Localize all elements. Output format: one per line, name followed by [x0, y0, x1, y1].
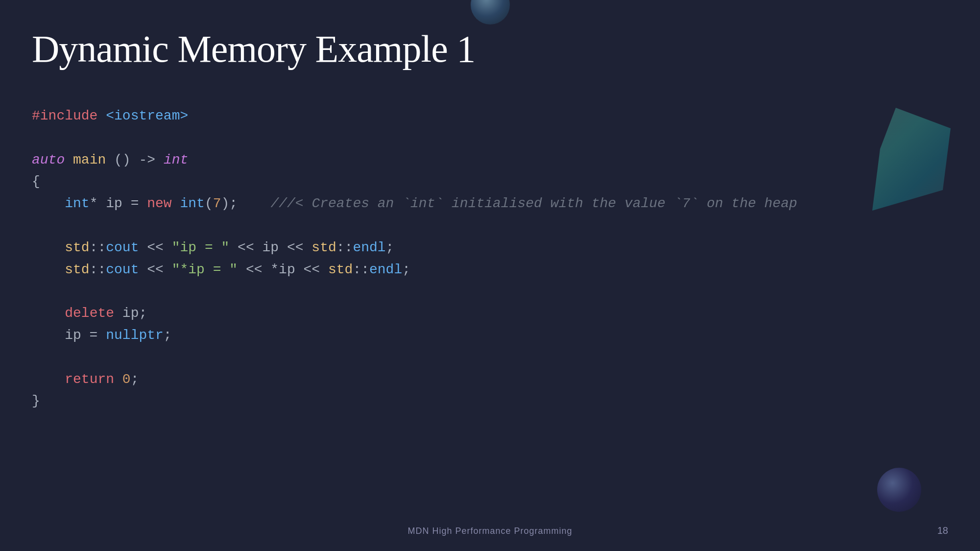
comment-heap: ///< Creates an `int` initialised with t…: [270, 196, 797, 211]
std-namespace-endl1: std: [311, 240, 336, 255]
number-7: 7: [213, 196, 221, 211]
code-line-cout1: std::cout << "ip = " << ip << std::endl;: [32, 237, 797, 259]
code-line-include: #include <iostream>: [32, 105, 797, 127]
delete-keyword: delete: [65, 306, 114, 321]
code-line-blank2: [32, 215, 797, 237]
std-namespace-1: std: [65, 240, 89, 255]
endl-1: endl: [353, 240, 385, 255]
main-function: main: [73, 152, 106, 168]
code-line-cout2: std::cout << "*ip = " << *ip << std::end…: [32, 259, 797, 281]
include-keyword: #include: [32, 108, 97, 123]
footer-text: MDN High Performance Programming: [407, 526, 572, 536]
close-brace: }: [32, 393, 40, 408]
std-namespace-endl2: std: [328, 262, 353, 277]
code-line-blank4: [32, 347, 797, 369]
int-type-new: int: [180, 196, 205, 211]
return-keyword: return: [65, 372, 114, 387]
open-brace: {: [32, 174, 40, 189]
cout-1: cout: [106, 240, 139, 255]
nullptr-keyword: nullptr: [106, 328, 164, 343]
cout-2: cout: [106, 262, 139, 277]
return-value: 0: [122, 372, 131, 387]
iostream-token: <iostream>: [106, 108, 188, 123]
code-block: #include <iostream> auto main () -> int …: [32, 105, 797, 412]
string-ip: "ip = ": [172, 240, 230, 255]
int-keyword: int: [65, 196, 89, 211]
orb-top-decoration: [471, 0, 510, 24]
footer: MDN High Performance Programming: [0, 526, 980, 536]
code-line-blank3: [32, 281, 797, 303]
std-namespace-2: std: [65, 262, 89, 277]
orb-bottom-right-decoration: [877, 468, 921, 512]
auto-keyword: auto: [32, 152, 65, 168]
code-line-auto-main: auto main () -> int: [32, 149, 797, 171]
shape-top-right-decoration: [872, 108, 951, 211]
page-number: 18: [937, 525, 948, 536]
code-line-blank1: [32, 127, 797, 149]
slide: Dynamic Memory Example 1 #include <iostr…: [0, 0, 980, 551]
code-line-delete: delete ip;: [32, 303, 797, 325]
code-line-int-ptr: int* ip = new int(7); ///< Creates an `i…: [32, 193, 797, 215]
new-keyword: new: [147, 196, 171, 211]
code-line-nullptr: ip = nullptr;: [32, 325, 797, 347]
int-return-type: int: [164, 152, 188, 168]
code-line-return: return 0;: [32, 369, 797, 391]
code-line-close-brace: }: [32, 390, 797, 412]
code-line-open-brace: {: [32, 171, 797, 193]
endl-2: endl: [369, 262, 402, 277]
string-star-ip: "*ip = ": [172, 262, 238, 277]
slide-title: Dynamic Memory Example 1: [32, 27, 475, 71]
